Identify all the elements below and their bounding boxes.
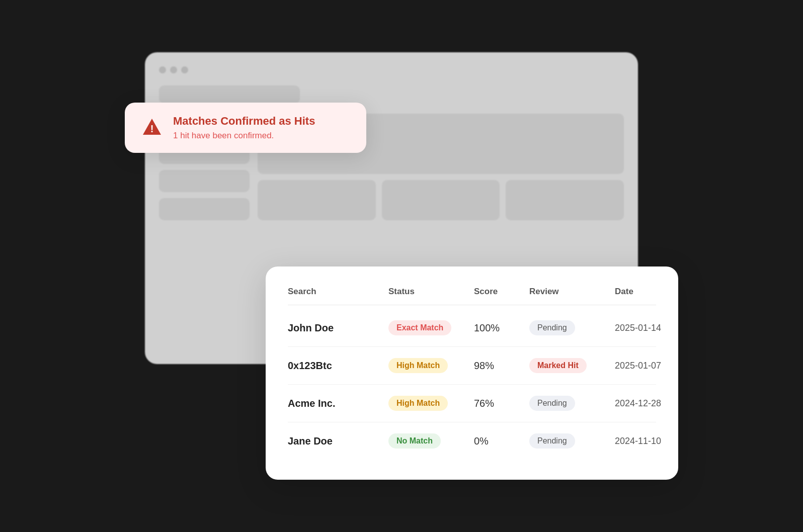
col-header-score: Score: [474, 287, 529, 297]
col-header-status: Status: [388, 287, 474, 297]
alert-text-block: Matches Confirmed as Hits 1 hit have bee…: [173, 115, 315, 141]
cell-review: Pending: [529, 396, 615, 411]
review-badge: Pending: [529, 433, 575, 449]
cell-score: 100%: [474, 322, 529, 334]
status-badge: No Match: [388, 433, 441, 449]
col-header-review: Review: [529, 287, 615, 297]
results-table-card: Search Status Score Review Date John Doe…: [266, 267, 678, 480]
table-row[interactable]: Jane Doe No Match 0% Pending 2024-11-10: [288, 422, 656, 460]
review-badge: Marked Hit: [529, 358, 587, 373]
table-header: Search Status Score Review Date: [288, 287, 656, 305]
cell-status: High Match: [388, 396, 474, 411]
svg-text:!: !: [150, 123, 154, 134]
alert-subtitle: 1 hit have been confirmed.: [173, 131, 315, 141]
table-body: John Doe Exact Match 100% Pending 2025-0…: [288, 309, 656, 460]
cell-review: Pending: [529, 320, 615, 335]
cell-status: Exact Match: [388, 320, 474, 335]
cell-name: John Doe: [288, 322, 388, 334]
col-header-date: Date: [615, 287, 685, 297]
status-badge: High Match: [388, 358, 448, 373]
review-badge: Pending: [529, 320, 575, 335]
table-row[interactable]: John Doe Exact Match 100% Pending 2025-0…: [288, 309, 656, 347]
cell-date: 2025-01-07: [615, 361, 685, 371]
cell-score: 76%: [474, 398, 529, 409]
col-header-search: Search: [288, 287, 388, 297]
cell-date: 2024-11-10: [615, 436, 685, 447]
status-badge: Exact Match: [388, 320, 451, 335]
cell-date: 2025-01-14: [615, 323, 685, 333]
cell-date: 2024-12-28: [615, 398, 685, 409]
review-badge: Pending: [529, 396, 575, 411]
table-row[interactable]: Acme Inc. High Match 76% Pending 2024-12…: [288, 385, 656, 422]
alert-title: Matches Confirmed as Hits: [173, 115, 315, 128]
cell-score: 98%: [474, 360, 529, 372]
table-row[interactable]: 0x123Btc High Match 98% Marked Hit 2025-…: [288, 347, 656, 385]
warning-triangle-icon: !: [142, 118, 162, 136]
cell-name: Jane Doe: [288, 435, 388, 447]
cell-status: High Match: [388, 358, 474, 373]
cell-score: 0%: [474, 435, 529, 447]
cell-name: Acme Inc.: [288, 398, 388, 409]
cell-review: Pending: [529, 433, 615, 449]
cell-review: Marked Hit: [529, 358, 615, 373]
status-badge: High Match: [388, 396, 448, 411]
alert-icon: !: [141, 117, 163, 139]
cell-name: 0x123Btc: [288, 360, 388, 372]
alert-notification: ! Matches Confirmed as Hits 1 hit have b…: [125, 103, 366, 153]
cell-status: No Match: [388, 433, 474, 449]
